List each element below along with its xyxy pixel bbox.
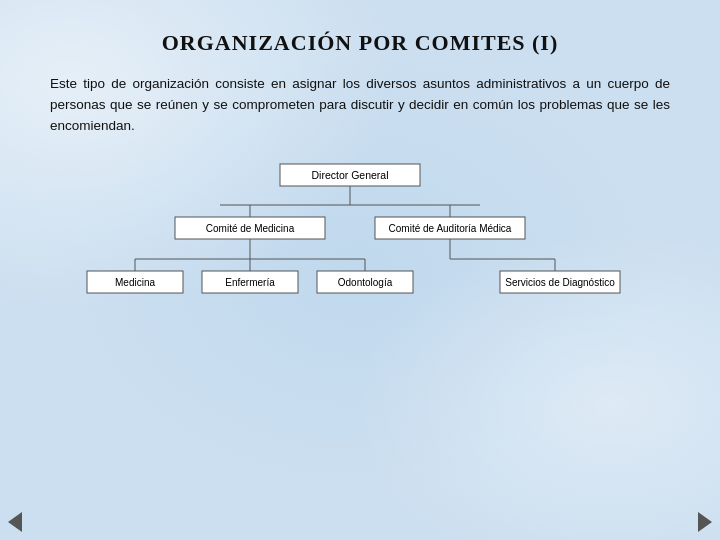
slide-title: ORGANIZACIÓN POR COMITES (I) bbox=[50, 30, 670, 56]
slide: ORGANIZACIÓN POR COMITES (I) Este tipo d… bbox=[0, 0, 720, 540]
servicios-diagnostico-label: Servicios de Diagnóstico bbox=[505, 277, 615, 288]
org-chart-svg: Director General Comité de Medicina Comi… bbox=[65, 159, 655, 319]
medicina-label: Medicina bbox=[115, 277, 155, 288]
comite-medicina-label: Comité de Medicina bbox=[206, 223, 295, 234]
previous-arrow[interactable] bbox=[8, 512, 22, 532]
next-arrow[interactable] bbox=[698, 512, 712, 532]
enfermeria-label: Enfermería bbox=[225, 277, 275, 288]
comite-auditoria-label: Comité de Auditoría Médica bbox=[389, 223, 512, 234]
odontologia-label: Odontología bbox=[338, 277, 393, 288]
body-text: Este tipo de organización consiste en as… bbox=[50, 74, 670, 137]
org-chart: Director General Comité de Medicina Comi… bbox=[50, 159, 670, 319]
director-general-label: Director General bbox=[311, 169, 388, 181]
